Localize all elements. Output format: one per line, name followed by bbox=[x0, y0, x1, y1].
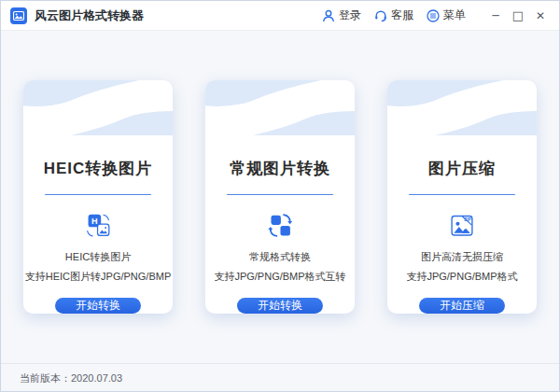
image-compress-icon: ZIP bbox=[432, 212, 492, 239]
card-title-underline bbox=[227, 194, 333, 195]
login-button[interactable]: 登录 bbox=[322, 7, 361, 23]
close-button[interactable]: ✕ bbox=[529, 5, 552, 27]
support-label: 客服 bbox=[391, 7, 413, 23]
login-label: 登录 bbox=[339, 7, 361, 23]
start-convert-format-button[interactable]: 开始转换 bbox=[237, 298, 323, 314]
user-icon bbox=[322, 9, 335, 22]
titlebar: 风云图片格式转换器 登录 客服 菜单 bbox=[1, 1, 559, 31]
photo-icon bbox=[13, 10, 24, 21]
titlebar-actions: 登录 客服 菜单 bbox=[322, 7, 479, 23]
card-description-line2: 支持JPG/PNG/BMP格式互转 bbox=[214, 270, 345, 284]
start-compress-button[interactable]: 开始压缩 bbox=[419, 298, 505, 314]
card-bottom-decoration bbox=[205, 110, 355, 135]
main-content: HEIC转换图片 H HEIC转换图片 支持HEIC图片转JPG/PNG/BMP… bbox=[1, 31, 559, 363]
card-description-line1: 常规格式转换 bbox=[249, 250, 311, 264]
card-bottom-decoration bbox=[387, 110, 537, 135]
app-title: 风云图片格式转换器 bbox=[35, 7, 144, 24]
menu-icon bbox=[427, 9, 440, 22]
card-top-decoration bbox=[387, 80, 537, 110]
card-description-line1: 图片高清无损压缩 bbox=[421, 250, 503, 264]
card-title: HEIC转换图片 bbox=[44, 158, 153, 179]
card-heic-convert: HEIC转换图片 H HEIC转换图片 支持HEIC图片转JPG/PNG/BMP… bbox=[23, 80, 173, 314]
version-label: 当前版本：2020.07.03 bbox=[20, 371, 122, 385]
menu-label: 菜单 bbox=[443, 7, 466, 23]
statusbar: 当前版本：2020.07.03 bbox=[1, 363, 559, 392]
card-title-underline bbox=[409, 194, 515, 195]
card-title: 图片压缩 bbox=[428, 158, 496, 179]
window-controls: ─ □ ✕ bbox=[484, 5, 552, 27]
card-title: 常规图片转换 bbox=[230, 158, 330, 179]
zip-badge: ZIP bbox=[464, 217, 470, 222]
card-bottom-decoration bbox=[23, 110, 173, 135]
app-logo-icon bbox=[10, 7, 27, 24]
card-top-decoration bbox=[23, 80, 173, 110]
card-image-compress: 图片压缩 ZIP 图片高清无损压缩 支持JPG/PNG/BMP格式 开始压缩 bbox=[387, 80, 537, 314]
maximize-button[interactable]: □ bbox=[507, 5, 529, 27]
card-description-line2: 支持HEIC图片转JPG/PNG/BMP bbox=[25, 270, 171, 284]
app-window: { "titlebar": { "app_title": "风云图片格式转换器"… bbox=[0, 0, 560, 392]
card-title-underline bbox=[45, 194, 151, 195]
heic-icon-letter: H bbox=[91, 217, 98, 226]
card-format-convert: 常规图片转换 常规格式转换 支持JPG/PNG/BMP格式互转 开始转换 bbox=[205, 80, 355, 314]
heic-convert-icon: H bbox=[68, 212, 128, 239]
card-description-line1: HEIC转换图片 bbox=[65, 250, 131, 264]
card-top-decoration bbox=[205, 80, 355, 110]
support-button[interactable]: 客服 bbox=[374, 7, 413, 23]
headset-icon bbox=[374, 9, 387, 22]
format-swap-icon bbox=[250, 212, 310, 239]
menu-button[interactable]: 菜单 bbox=[427, 7, 466, 23]
start-convert-heic-button[interactable]: 开始转换 bbox=[55, 298, 141, 314]
card-description-line2: 支持JPG/PNG/BMP格式 bbox=[406, 270, 517, 284]
minimize-button[interactable]: ─ bbox=[484, 5, 507, 27]
